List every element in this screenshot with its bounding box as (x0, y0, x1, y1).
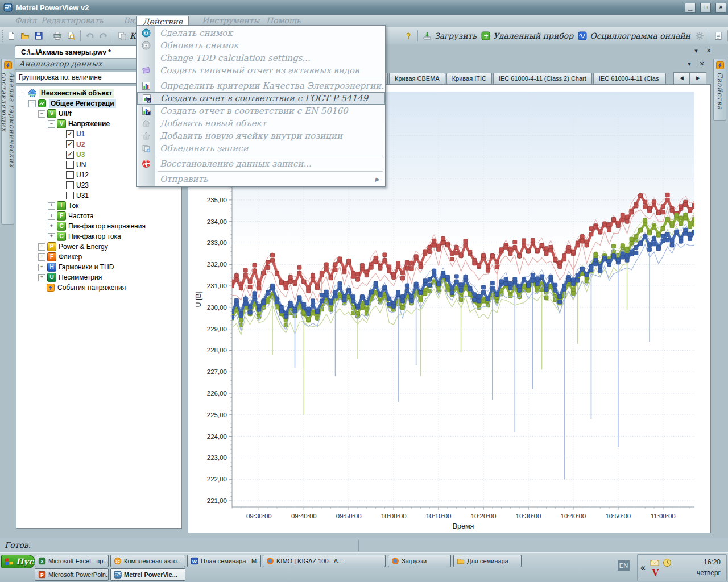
tree-item-label: Power & Energy (59, 243, 108, 251)
taskbar-button-label: План семинара - M... (201, 558, 261, 564)
tab-scroll-left-button[interactable]: ◀ (673, 72, 690, 85)
toolbar-remote-device-button[interactable]: Удаленный прибор (479, 30, 576, 41)
dock-collapse-icon[interactable]: ▾ (692, 47, 701, 55)
toolbar-print-preview-button[interactable] (64, 30, 78, 41)
chart-close-icon[interactable]: ✕ (697, 60, 706, 68)
chart-tab-3[interactable]: Кривая ITIC (446, 73, 492, 84)
y-tick-label: 226,00 (207, 390, 227, 397)
mail-tray-icon[interactable] (650, 558, 659, 567)
collapse-icon[interactable]: − (28, 100, 36, 107)
chart-tab-2[interactable]: Кривая CBEMA (389, 73, 445, 84)
menu-item[interactable]: Восстановление данных записи... (137, 157, 385, 170)
toolbar-undo-arrow-button[interactable] (83, 30, 97, 41)
toolbar-gear-button[interactable] (693, 30, 706, 41)
y-tick-label: 223,00 (207, 454, 227, 461)
maximize-button[interactable]: □ (700, 3, 711, 13)
menu-item[interactable]: Добавить новую ячейку внутри позиции (137, 130, 385, 142)
tree-item-несимметрия[interactable]: +UНесимметрия (16, 272, 181, 282)
tray-chevron[interactable]: « (640, 563, 646, 573)
expand-icon[interactable]: + (48, 223, 55, 230)
menu-item[interactable]: Change TDD calculation settings... (137, 52, 385, 64)
chart-tab-5[interactable]: IEC 61000-4-11 (Clas (593, 73, 666, 84)
blank-icon (142, 53, 151, 63)
taskbar-button[interactable]: Для семинара (453, 555, 522, 567)
toolbar-open-folder-button[interactable] (18, 30, 32, 41)
tree-item-частота[interactable]: +FЧастота (16, 211, 181, 221)
y-tick-label: 221,00 (207, 497, 227, 504)
checkbox-u2[interactable]: ✓ (66, 140, 74, 148)
menu-item[interactable]: Обновить снимок (137, 39, 385, 52)
tree-item-пик-фактор-напряжения[interactable]: +CПик-фактор напряжения (16, 221, 181, 231)
menu-item[interactable]: Создать типичный отчет из активных видов (137, 64, 385, 77)
taskbar-button[interactable]: Metrel PowerVie... (110, 568, 185, 581)
expand-icon[interactable]: + (38, 274, 46, 281)
start-button[interactable]: Пуск (1, 555, 35, 568)
taskbar-button[interactable]: KIMO | KIGAZ 100 - A... (263, 555, 386, 567)
document-tab[interactable]: C:\...\Акмаль замеры.pwv * (15, 45, 139, 58)
toolbar-redo-arrow-button[interactable] (97, 30, 110, 41)
toolbar-grip (2, 30, 3, 42)
tree-item-события-напряжения[interactable]: События напряжения (16, 282, 181, 293)
collapse-icon[interactable]: − (48, 120, 55, 128)
globe-icon (28, 89, 37, 98)
clock-tray-icon[interactable] (663, 558, 672, 567)
checkbox-u31[interactable] (66, 192, 74, 199)
language-indicator[interactable]: EN (618, 560, 630, 571)
tree-item-ток[interactable]: +IТок (16, 201, 181, 211)
expand-icon[interactable]: + (48, 213, 55, 220)
expand-icon[interactable]: + (48, 233, 55, 240)
menu-item[interactable]: EСоздать отчет в соответствии с EN 50160 (137, 105, 385, 117)
taskbar-button[interactable]: XMicrosoft Excel - пр... (35, 555, 109, 567)
x-tick-label: 09:40:00 (291, 513, 317, 519)
tree-item-label: Пик-фактор напряжения (68, 222, 146, 230)
checkbox-un[interactable] (66, 161, 74, 169)
checkbox-u12[interactable] (66, 171, 74, 179)
tree-item-гармоники-и-thd[interactable]: +HГармоники и THD (16, 262, 181, 272)
chart-tab-4[interactable]: IEC 61000-4-11 (Class 2) Chart (493, 73, 592, 84)
collapse-icon[interactable]: − (19, 90, 26, 97)
x-tick-label: 10:00:00 (381, 513, 407, 519)
menu-item[interactable]: Объединить записи (137, 142, 385, 155)
toolbar-save-floppy-button[interactable] (32, 30, 46, 41)
tree-item-u31[interactable]: U31 (16, 190, 181, 201)
menu-item[interactable]: Определить критерии Качества Электроэнер… (137, 80, 385, 92)
menu-item[interactable]: Добавить новый объект (137, 117, 385, 130)
properties-vertical-tab[interactable]: Свойства (713, 59, 726, 121)
menu-редактировать[interactable]: Редактировать (35, 15, 109, 27)
checkbox-u23[interactable] (66, 181, 74, 189)
menu-item-label: Обновить снимок (155, 40, 239, 51)
toolbar-printer-button[interactable] (51, 30, 64, 41)
taskbar-button[interactable]: 1СКомплексная авто... (110, 555, 185, 567)
collapse-icon[interactable]: − (38, 110, 46, 118)
menu-item[interactable]: GСоздать отчет в соответствии с ГОСТ Р 5… (137, 92, 385, 105)
minimize-button[interactable]: ▁ (685, 3, 696, 13)
antivirus-tray-icon[interactable]: V (652, 568, 659, 577)
close-button[interactable]: × (715, 3, 726, 13)
toolbar-download-device-button[interactable]: Загрузить (420, 30, 479, 41)
harmonics-analysis-vertical-tab[interactable]: Анализ гармонических составляющих (1, 59, 14, 225)
word-icon: W (191, 557, 198, 565)
taskbar-button[interactable]: WПлан семинара - M... (187, 555, 261, 567)
chart-collapse-icon[interactable]: ▾ (685, 60, 694, 68)
tray-time[interactable]: 16:20 (704, 558, 721, 566)
excel-icon: X (38, 557, 46, 565)
expand-icon[interactable]: + (38, 264, 46, 271)
tree-item-пик-фактор-тока[interactable]: +CПик-фактор тока (16, 231, 181, 242)
tree-item-фликер[interactable]: +FФликер (16, 252, 181, 262)
toolbar-pin-button[interactable] (402, 30, 415, 41)
tab-scroll-right-button[interactable]: ▶ (690, 72, 706, 85)
taskbar-button[interactable]: Загрузки (388, 555, 451, 567)
dock-close-icon[interactable]: ✕ (704, 47, 713, 55)
taskbar-button[interactable]: PMicrosoft PowerPoin... (35, 568, 109, 581)
toolbar-new-doc-button[interactable] (5, 30, 18, 41)
tree-item-power-energy[interactable]: +PPower & Energy (16, 242, 181, 252)
toolbar-report-doc-button[interactable] (712, 30, 725, 41)
checkbox-u1[interactable]: ✓ (66, 130, 74, 138)
checkbox-u3[interactable]: ✓ (66, 151, 74, 159)
menu-item[interactable]: Сделать снимок (137, 27, 385, 39)
toolbar-waveform-online-button[interactable]: Осциллограмма онлайн (576, 30, 693, 41)
expand-icon[interactable]: + (38, 253, 46, 261)
expand-icon[interactable]: + (38, 243, 46, 251)
expand-icon[interactable]: + (48, 202, 55, 210)
menu-item[interactable]: Отправить▶ (137, 173, 385, 185)
